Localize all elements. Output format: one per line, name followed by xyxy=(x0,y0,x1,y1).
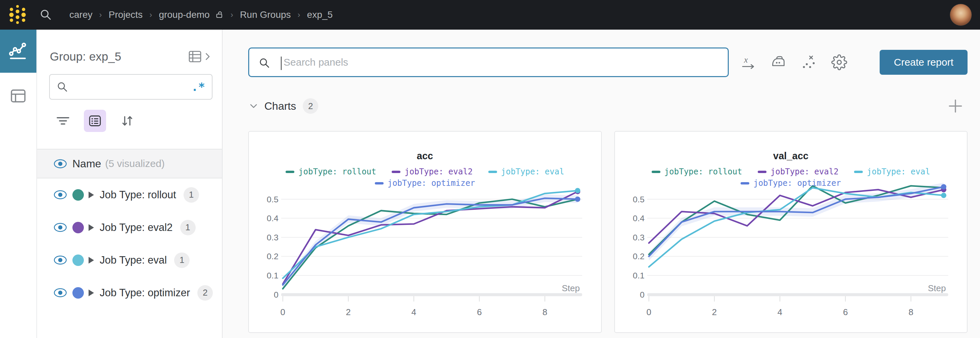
legend-item: jobType: eval2 xyxy=(758,167,838,176)
section-title: Charts xyxy=(264,100,296,113)
runs-sidebar: Group: exp_5 xyxy=(37,30,223,338)
plus-icon xyxy=(947,98,964,114)
svg-text:0.4: 0.4 xyxy=(267,213,278,223)
svg-text:Step: Step xyxy=(562,284,579,293)
sidebar-search-input[interactable] xyxy=(73,81,191,93)
magnifier-icon xyxy=(57,81,68,93)
nav-search-button[interactable] xyxy=(39,8,52,22)
legend-label: jobType: rollout xyxy=(298,167,376,176)
charts-grid: 00.10.20.30.40.502468StepaccjobType: rol… xyxy=(248,131,967,333)
search-icon xyxy=(259,57,270,70)
regex-toggle[interactable]: .* xyxy=(191,84,205,90)
name-header-label: Name xyxy=(72,157,101,170)
chart-panel[interactable]: 00.10.20.30.40.502468Stepval_accjobType:… xyxy=(614,131,968,333)
breadcrumb-item[interactable]: group-demo xyxy=(159,10,210,20)
svg-text:0: 0 xyxy=(646,307,651,317)
run-group-label: Job Type: optimizer xyxy=(100,287,190,299)
caret-right-icon[interactable] xyxy=(89,289,94,296)
legend-label: jobType: eval2 xyxy=(770,167,838,176)
legend-label: jobType: eval2 xyxy=(404,167,473,176)
chart-legend: jobType: rolloutjobType: eval2jobType: e… xyxy=(257,167,593,188)
svg-text:0: 0 xyxy=(280,307,285,317)
legend-item: jobType: eval xyxy=(854,167,930,176)
list-view-button[interactable] xyxy=(84,110,106,132)
run-color-dot xyxy=(72,222,84,233)
unlock-icon xyxy=(215,10,224,19)
legend-item: jobType: rollout xyxy=(286,167,376,176)
breadcrumb-item[interactable]: exp_5 xyxy=(307,10,333,20)
wandb-logo-icon xyxy=(7,3,28,26)
run-group-label: Job Type: eval2 xyxy=(100,222,173,234)
run-group-row[interactable]: Job Type: rollout1 xyxy=(37,178,222,211)
run-group-label: Job Type: eval xyxy=(100,254,167,266)
runs-table-icon xyxy=(10,87,27,105)
sidebar-search-box: .* xyxy=(49,74,213,100)
run-groups-list: Job Type: rollout1 Job Type: eval21 Job … xyxy=(37,178,222,338)
filter-icon[interactable] xyxy=(56,113,70,128)
list-view-icon xyxy=(88,113,102,128)
sort-icon[interactable] xyxy=(119,113,135,129)
legend-item: jobType: eval xyxy=(488,167,565,176)
caret-right-icon[interactable] xyxy=(89,192,94,198)
run-color-dot xyxy=(72,287,84,298)
svg-text:0.4: 0.4 xyxy=(633,213,644,223)
wandb-logo[interactable] xyxy=(5,3,30,27)
breadcrumb-separator: › xyxy=(150,10,152,19)
eye-icon[interactable] xyxy=(53,287,67,298)
svg-text:x: x xyxy=(744,55,748,64)
chart-panel[interactable]: 00.10.20.30.40.502468StepaccjobType: rol… xyxy=(248,131,602,333)
breadcrumb-separator: › xyxy=(298,10,301,19)
chart-canvas[interactable]: 00.10.20.30.40.502468Step xyxy=(615,132,967,332)
run-group-row[interactable]: Job Type: eval1 xyxy=(37,244,222,276)
rail-item-workspace[interactable] xyxy=(0,30,37,73)
legend-label: jobType: optimizer xyxy=(753,178,841,188)
table-panel-icon[interactable] xyxy=(188,49,202,64)
legend-dash xyxy=(854,171,863,173)
add-panel-button[interactable] xyxy=(947,98,964,114)
legend-dash xyxy=(652,171,660,173)
workspace-main: x xyxy=(223,30,980,338)
chart-canvas[interactable]: 00.10.20.30.40.502468Step xyxy=(249,132,601,332)
breadcrumb-separator: › xyxy=(231,10,233,19)
breadcrumb: carey›Projects›group-demo ›Run Groups›ex… xyxy=(69,10,333,20)
breadcrumb-item[interactable]: Run Groups xyxy=(240,10,291,20)
svg-text:2: 2 xyxy=(346,307,351,317)
legend-dash xyxy=(488,171,497,173)
legend-item: jobType: optimizer xyxy=(375,178,475,188)
outliers-icon[interactable] xyxy=(801,54,817,70)
legend-dash xyxy=(375,182,383,184)
caret-right-icon[interactable] xyxy=(89,224,94,231)
visualized-count: (5 visualized) xyxy=(105,158,165,169)
run-group-row[interactable]: Job Type: eval21 xyxy=(37,211,222,244)
legend-label: jobType: rollout xyxy=(665,167,742,176)
caret-right-icon[interactable] xyxy=(89,257,94,263)
chart-title: acc xyxy=(249,151,601,162)
breadcrumb-item[interactable]: carey xyxy=(69,10,92,20)
panel-search-input[interactable] xyxy=(283,49,718,76)
svg-text:4: 4 xyxy=(412,307,416,317)
svg-text:6: 6 xyxy=(477,307,482,317)
chevron-down-icon xyxy=(248,101,259,111)
svg-text:0.1: 0.1 xyxy=(633,271,644,280)
eye-icon[interactable] xyxy=(53,159,67,169)
rail-item-runs-table[interactable] xyxy=(0,78,37,114)
svg-text:0.2: 0.2 xyxy=(267,252,278,261)
group-title: Group: exp_5 xyxy=(50,50,188,63)
run-count-badge: 2 xyxy=(197,285,213,301)
eye-icon[interactable] xyxy=(53,255,67,265)
create-report-button[interactable]: Create report xyxy=(880,50,967,75)
breadcrumb-item[interactable]: Projects xyxy=(108,10,142,20)
x-axis-icon[interactable]: x xyxy=(740,54,756,70)
section-collapse-chevron[interactable] xyxy=(248,101,259,111)
settings-gear-icon[interactable] xyxy=(831,54,847,70)
smoothing-iron-icon[interactable] xyxy=(770,54,787,70)
user-avatar[interactable] xyxy=(950,4,972,26)
run-group-row[interactable]: Job Type: optimizer2 xyxy=(37,276,222,309)
legend-label: jobType: optimizer xyxy=(388,178,475,188)
eye-icon[interactable] xyxy=(53,190,67,200)
chevron-right-icon[interactable] xyxy=(202,51,213,62)
run-color-dot xyxy=(72,254,84,266)
svg-text:0.5: 0.5 xyxy=(267,195,278,204)
app-root: carey›Projects›group-demo ›Run Groups›ex… xyxy=(0,0,980,338)
eye-icon[interactable] xyxy=(53,222,67,233)
